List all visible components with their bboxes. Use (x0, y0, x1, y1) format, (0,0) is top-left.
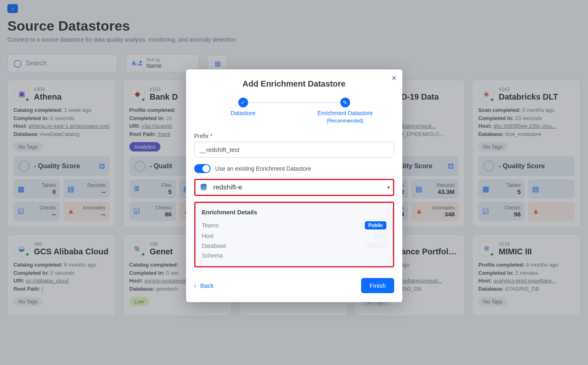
add-enrichment-modal: ✕ Add Enrichment Datastore ✓ Datastore ✎… (186, 69, 402, 302)
detail-database: Database •••• •• (202, 241, 386, 251)
step-datastore[interactable]: ✓ Datastore (206, 98, 280, 116)
detail-schema: Schema (202, 251, 386, 260)
step-enrichment[interactable]: ✎ Enrichment Datastore (Recommended) (308, 98, 382, 124)
modal-title: Add Enrichment Datastore (194, 79, 394, 89)
close-icon[interactable]: ✕ (391, 74, 397, 82)
modal-overlay: ✕ Add Enrichment Datastore ✓ Datastore ✎… (0, 0, 588, 365)
enrichment-details-panel: Enrichment Details Teams Public Host •••… (194, 202, 394, 267)
use-existing-toggle[interactable] (194, 164, 211, 173)
back-button[interactable]: ‹ Back (194, 282, 214, 289)
database-icon (199, 182, 209, 192)
stepper: ✓ Datastore ✎ Enrichment Datastore (Reco… (194, 98, 394, 124)
use-existing-toggle-row: Use an existing Enrichment Datastore (194, 164, 394, 173)
finish-button[interactable]: Finish (361, 278, 394, 293)
enrichment-datastore-select[interactable]: redshift-e ▾ (194, 179, 394, 196)
detail-host: Host •••• (202, 231, 386, 241)
chevron-left-icon: ‹ (194, 282, 196, 289)
prefix-label: Prefix* (194, 133, 394, 139)
detail-teams: Teams Public (202, 220, 386, 231)
public-badge: Public (365, 221, 386, 229)
pencil-icon: ✎ (340, 98, 350, 107)
prefix-input[interactable] (194, 142, 394, 158)
check-icon: ✓ (238, 98, 248, 107)
chevron-down-icon: ▾ (387, 185, 390, 190)
